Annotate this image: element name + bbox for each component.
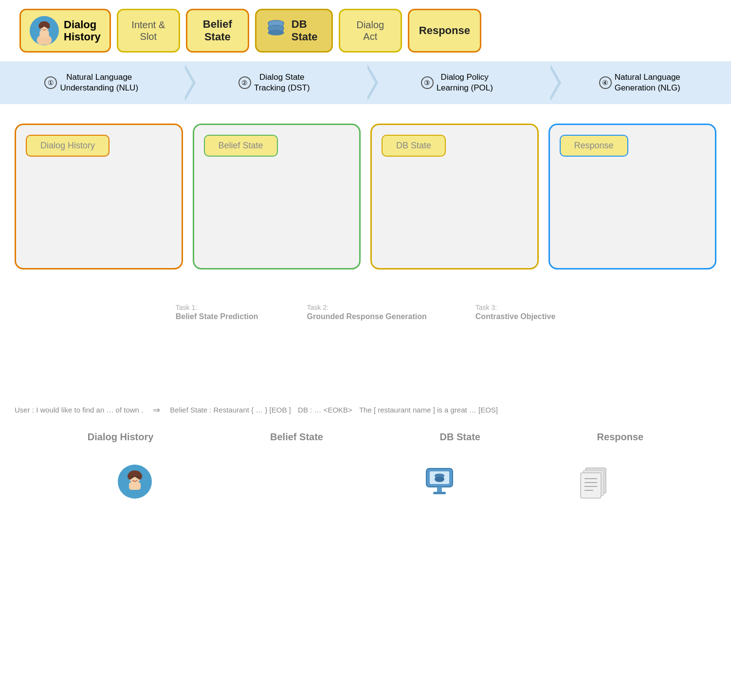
pipeline-step-pol: ③ Dialog Policy Learning (POL): [366, 61, 548, 104]
svg-rect-29: [581, 473, 601, 498]
task-2-label: Task 2:: [307, 304, 427, 311]
sequence-section: User : I would like to find an … of town…: [0, 389, 731, 427]
topbar-item-belief-state[interactable]: Belief State: [186, 9, 249, 53]
svg-point-6: [38, 23, 42, 29]
step-num-3: ③: [421, 76, 434, 89]
bottom-avatar-icon: [118, 465, 152, 499]
topbar-item-intent-slot[interactable]: Intent & Slot: [117, 9, 180, 53]
task-2-name: Grounded Response Generation: [307, 312, 427, 321]
seq-arrow: ⇒: [148, 404, 165, 417]
topbar-label-dialog-history: Dialog History: [64, 18, 101, 43]
pipeline-bar: ① Natural Language Understanding (NLU) ②…: [0, 61, 731, 104]
svg-point-19: [131, 476, 133, 478]
database-icon: [265, 18, 287, 44]
card-label-response: Response: [560, 135, 628, 157]
task-1-name: Belief State Prediction: [176, 312, 258, 321]
bottom-label-dialog-history: Dialog History: [88, 431, 154, 443]
bottom-label-belief-state: Belief State: [270, 431, 323, 443]
bottom-labels: Dialog History Belief State DB State Res…: [0, 427, 731, 457]
svg-point-12: [268, 30, 284, 35]
tasks-section: Task 1: Belief State Prediction Task 2: …: [0, 294, 731, 350]
seq-part-4: The [ restaurant name ] is a great … [EO…: [355, 405, 498, 416]
svg-rect-15: [129, 482, 141, 490]
card-response: Response: [548, 124, 717, 269]
card-label-db-state: DB State: [382, 135, 446, 157]
task-3-label: Task 3:: [475, 304, 556, 311]
step-label-dst: Dialog State Tracking (DST): [254, 72, 310, 93]
topbar-label-db-state: DB State: [292, 18, 318, 43]
topbar-item-dialog-history[interactable]: Dialog History: [19, 9, 111, 53]
card-label-belief-state: Belief State: [204, 135, 278, 157]
top-bar: Dialog History Intent & Slot Belief Stat…: [0, 0, 731, 61]
svg-rect-26: [433, 492, 446, 494]
bottom-doc-stack-icon: [575, 462, 614, 501]
topbar-label-dialog-act: Dialog Act: [356, 19, 384, 42]
avatar: [30, 16, 59, 45]
card-label-dialog-history: Dialog History: [26, 135, 110, 157]
step-num-1: ①: [44, 76, 57, 89]
svg-point-8: [42, 26, 43, 28]
step-num-4: ④: [599, 76, 612, 89]
svg-rect-4: [39, 31, 49, 37]
task-3-name: Contrastive Objective: [475, 312, 556, 321]
bottom-icons: [0, 457, 731, 521]
bottom-db-icon: [422, 465, 457, 499]
svg-point-7: [46, 23, 50, 29]
seq-part-1: User : I would like to find an … of town…: [15, 405, 143, 416]
card-belief-state: Belief State: [193, 124, 361, 269]
cards-section: Dialog History Belief State DB State Res…: [0, 124, 731, 269]
task-1-label: Task 1:: [176, 304, 258, 311]
task-2: Task 2: Grounded Response Generation: [307, 304, 427, 321]
topbar-item-db-state[interactable]: DB State: [255, 9, 333, 53]
task-3: Task 3: Contrastive Objective: [475, 304, 556, 321]
step-label-nlu: Natural Language Understanding (NLU): [60, 72, 138, 93]
card-db-state: DB State: [370, 124, 539, 269]
seq-part-2: Belief State : Restaurant { … } [EOB ]: [170, 405, 291, 416]
bottom-label-response: Response: [597, 431, 644, 443]
bottom-label-db-state: DB State: [440, 431, 480, 443]
topbar-item-dialog-act[interactable]: Dialog Act: [339, 9, 402, 53]
topbar-item-response[interactable]: Response: [408, 9, 481, 53]
topbar-label-response: Response: [419, 24, 470, 37]
step-num-2: ②: [238, 76, 251, 89]
topbar-label-intent-slot: Intent & Slot: [131, 19, 165, 42]
svg-point-9: [45, 26, 47, 28]
svg-point-20: [136, 476, 138, 478]
svg-point-18: [137, 473, 142, 480]
step-label-pol: Dialog Policy Learning (POL): [437, 72, 493, 93]
pipeline-step-dst: ② Dialog State Tracking (DST): [183, 61, 366, 104]
svg-rect-25: [437, 487, 442, 492]
card-dialog-history: Dialog History: [15, 124, 183, 269]
task-1: Task 1: Belief State Prediction: [176, 304, 258, 321]
step-label-nlg: Natural Language Generation (NLG): [615, 72, 680, 93]
topbar-label-belief-state: Belief State: [203, 18, 232, 44]
pipeline-step-nlu: ① Natural Language Understanding (NLU): [0, 61, 183, 104]
seq-part-3: DB : … <EOKB>: [294, 405, 352, 416]
svg-point-17: [128, 473, 132, 480]
pipeline-step-nlg: ④ Natural Language Generation (NLG): [548, 61, 731, 104]
